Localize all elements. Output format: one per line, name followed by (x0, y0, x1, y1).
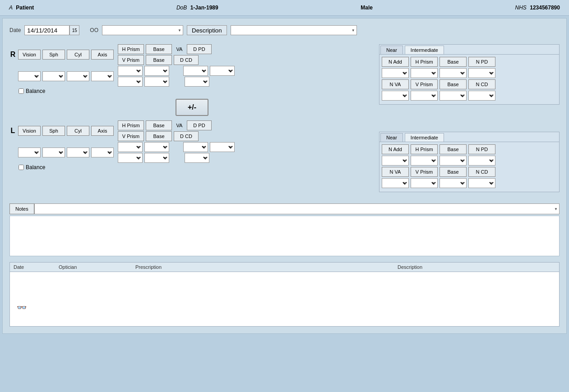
r-balance-label: Balance (26, 88, 45, 94)
r-sph-select-wrap (42, 71, 65, 81)
r-base1-button[interactable]: Base (146, 44, 172, 54)
r-near-base-button[interactable]: Base (439, 57, 467, 67)
r-base2-button[interactable]: Base (146, 55, 172, 65)
l-v-prism-button[interactable]: V Prism (118, 131, 144, 141)
r-vision-button[interactable]: Vision (18, 50, 41, 60)
l-n-add-select[interactable] (382, 156, 409, 166)
r-balance-checkbox[interactable] (19, 88, 24, 94)
notes-button[interactable]: Notes (9, 203, 34, 214)
l-n-va-button[interactable]: N VA (382, 167, 409, 177)
l-near-base2-button[interactable]: Base (439, 167, 467, 177)
r-intermediate-tab[interactable]: Intermediate (405, 46, 444, 54)
r-n-add-button[interactable]: N Add (382, 57, 409, 67)
l-near-tab-panel: Near Intermediate N Add H Prism Base N P… (379, 132, 560, 192)
pm-button[interactable]: +/- (176, 99, 208, 116)
r-cyl-select[interactable] (67, 71, 89, 81)
r-sph-button[interactable]: Sph (42, 50, 65, 60)
l-sph-select[interactable] (42, 148, 65, 157)
r-base2-select-wrap (144, 77, 169, 87)
l-axis-button[interactable]: Axis (91, 126, 114, 136)
l-d-pd-select[interactable] (210, 142, 235, 152)
r-h-prism-button[interactable]: H Prism (118, 44, 144, 54)
r-near-v-prism-button[interactable]: V Prism (411, 79, 438, 89)
r-vision-select[interactable] (18, 71, 41, 81)
r-near-h-prism-button[interactable]: H Prism (411, 57, 438, 67)
r-near-h-prism-select[interactable] (411, 68, 438, 78)
r-d-pd-select[interactable] (210, 66, 235, 76)
l-cyl-select[interactable] (67, 148, 89, 157)
l-n-add-button[interactable]: N Add (382, 144, 409, 154)
r-axis-button[interactable]: Axis (91, 50, 114, 60)
l-base1-select[interactable] (144, 142, 169, 152)
r-d-cd-select[interactable] (185, 77, 209, 87)
l-near-h-prism-select[interactable] (411, 156, 438, 166)
l-n-cd-select[interactable] (468, 178, 495, 188)
r-n-add-select[interactable] (382, 68, 409, 78)
r-base1-select[interactable] (144, 66, 169, 76)
r-v-prism-button[interactable]: V Prism (118, 55, 144, 65)
l-base2-select[interactable] (144, 153, 169, 163)
r-n-cd-button[interactable]: N CD (468, 79, 495, 89)
l-near-v-prism-select[interactable] (411, 178, 438, 188)
l-balance-checkbox[interactable] (19, 165, 24, 170)
r-near-tab-content: N Add H Prism Base N PD (379, 55, 559, 104)
l-intermediate-tab[interactable]: Intermediate (405, 133, 444, 142)
l-near-h-prism-button[interactable]: H Prism (411, 144, 438, 154)
l-vision-select[interactable] (18, 148, 41, 157)
r-cyl-select-wrap (67, 71, 89, 81)
l-vision-button[interactable]: Vision (18, 126, 41, 136)
r-sph-select[interactable] (42, 71, 65, 81)
l-d-cd-select[interactable] (185, 153, 209, 163)
l-d-pd-button[interactable]: D PD (187, 120, 212, 130)
l-h-prism-select[interactable] (118, 142, 143, 152)
r-n-va-select[interactable] (382, 91, 409, 101)
r-h-prism-select[interactable] (118, 66, 143, 76)
l-near-base-select[interactable] (439, 156, 467, 166)
date-input[interactable] (24, 25, 69, 35)
l-near-base2-select[interactable] (439, 178, 467, 188)
r-near-v-prism-select[interactable] (411, 91, 438, 101)
description-button[interactable]: Description (187, 25, 227, 35)
r-va-select[interactable] (183, 66, 208, 76)
l-n-pd-select[interactable] (468, 156, 495, 166)
l-sph-button[interactable]: Sph (42, 126, 65, 136)
l-axis-select[interactable] (91, 148, 114, 157)
r-near-tab[interactable]: Near (380, 46, 403, 54)
l-d-cd-button[interactable]: D CD (174, 131, 199, 141)
spacer (379, 109, 560, 132)
pm-container: +/- (9, 99, 375, 116)
r-near-base2-button[interactable]: Base (439, 79, 467, 89)
r-base2-select[interactable] (144, 77, 169, 87)
l-base1-button[interactable]: Base (146, 120, 172, 130)
r-cyl-button[interactable]: Cyl (67, 50, 89, 60)
l-n-va-select[interactable] (382, 178, 409, 188)
l-base2-button[interactable]: Base (146, 131, 172, 141)
l-n-pd-button[interactable]: N PD (468, 144, 495, 154)
l-v-prism-select[interactable] (118, 153, 143, 163)
r-d-pd-button[interactable]: D PD (187, 44, 212, 54)
right-panel: Near Intermediate N Add H Prism Base N P… (379, 44, 560, 197)
l-near-tab[interactable]: Near (380, 133, 403, 142)
notes-select[interactable] (34, 203, 560, 214)
l-near-base-button[interactable]: Base (439, 144, 467, 154)
r-n-cd-select[interactable] (468, 91, 495, 101)
r-v-prism-select[interactable] (118, 77, 143, 87)
l-va-select[interactable] (183, 142, 208, 152)
l-n-cd-button[interactable]: N CD (468, 167, 495, 177)
r-near-base-select[interactable] (439, 68, 467, 78)
r-axis-select[interactable] (91, 71, 114, 81)
r-near-base2-select[interactable] (439, 91, 467, 101)
l-d-pd-select-wrap (210, 142, 235, 152)
description-select[interactable] (231, 25, 357, 35)
r-n-va-button[interactable]: N VA (382, 79, 409, 89)
r-n-pd-select[interactable] (468, 68, 495, 78)
r-d-cd-button[interactable]: D CD (174, 55, 199, 65)
notes-textarea[interactable] (9, 216, 560, 256)
l-near-v-prism-button[interactable]: V Prism (411, 167, 438, 177)
r-v-prism-selects-row (118, 77, 235, 87)
l-cyl-button[interactable]: Cyl (67, 126, 89, 136)
r-n-pd-button[interactable]: N PD (468, 57, 495, 67)
oo-select[interactable] (102, 25, 183, 35)
l-h-prism-button[interactable]: H Prism (118, 120, 144, 130)
calendar-button[interactable]: 15 (69, 25, 79, 35)
